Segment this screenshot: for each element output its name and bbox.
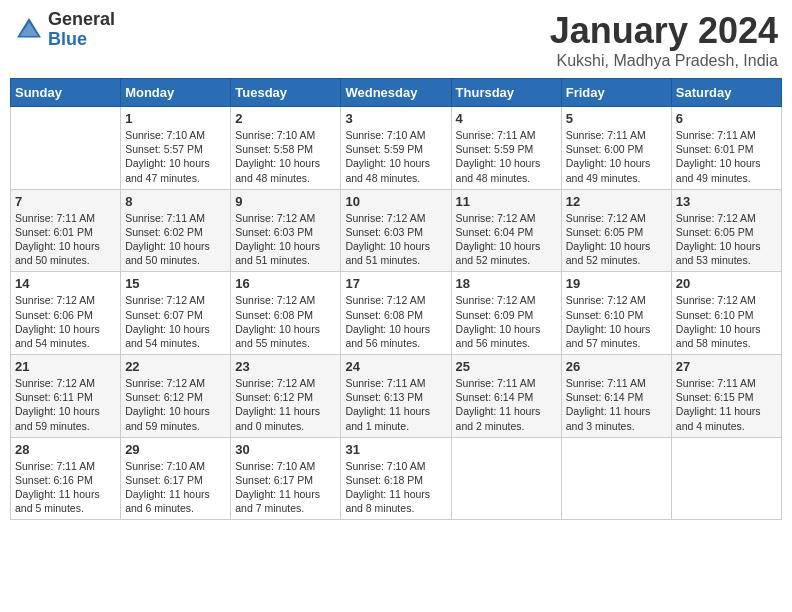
day-info: Sunrise: 7:11 AM Sunset: 6:00 PM Dayligh… [566,128,667,185]
calendar-day: 21Sunrise: 7:12 AM Sunset: 6:11 PM Dayli… [11,355,121,438]
calendar-day: 20Sunrise: 7:12 AM Sunset: 6:10 PM Dayli… [671,272,781,355]
logo: General Blue [14,10,115,50]
day-number: 3 [345,111,446,126]
day-info: Sunrise: 7:11 AM Sunset: 6:14 PM Dayligh… [566,376,667,433]
calendar-day: 23Sunrise: 7:12 AM Sunset: 6:12 PM Dayli… [231,355,341,438]
day-header-tuesday: Tuesday [231,79,341,107]
month-title: January 2024 [550,10,778,52]
calendar-day: 29Sunrise: 7:10 AM Sunset: 6:17 PM Dayli… [121,437,231,520]
day-header-thursday: Thursday [451,79,561,107]
calendar-day [451,437,561,520]
day-number: 21 [15,359,116,374]
day-info: Sunrise: 7:12 AM Sunset: 6:05 PM Dayligh… [566,211,667,268]
logo-text: General Blue [48,10,115,50]
day-info: Sunrise: 7:11 AM Sunset: 6:15 PM Dayligh… [676,376,777,433]
day-info: Sunrise: 7:10 AM Sunset: 5:59 PM Dayligh… [345,128,446,185]
day-info: Sunrise: 7:12 AM Sunset: 6:03 PM Dayligh… [235,211,336,268]
day-info: Sunrise: 7:10 AM Sunset: 6:17 PM Dayligh… [235,459,336,516]
day-number: 4 [456,111,557,126]
day-info: Sunrise: 7:12 AM Sunset: 6:06 PM Dayligh… [15,293,116,350]
day-number: 18 [456,276,557,291]
calendar-day [11,107,121,190]
day-number: 8 [125,194,226,209]
day-info: Sunrise: 7:12 AM Sunset: 6:12 PM Dayligh… [235,376,336,433]
day-number: 17 [345,276,446,291]
day-number: 16 [235,276,336,291]
calendar-day: 16Sunrise: 7:12 AM Sunset: 6:08 PM Dayli… [231,272,341,355]
day-header-sunday: Sunday [11,79,121,107]
day-info: Sunrise: 7:12 AM Sunset: 6:10 PM Dayligh… [676,293,777,350]
day-info: Sunrise: 7:11 AM Sunset: 6:16 PM Dayligh… [15,459,116,516]
day-number: 1 [125,111,226,126]
title-area: January 2024 Kukshi, Madhya Pradesh, Ind… [550,10,778,70]
day-info: Sunrise: 7:10 AM Sunset: 5:58 PM Dayligh… [235,128,336,185]
calendar-day: 4Sunrise: 7:11 AM Sunset: 5:59 PM Daylig… [451,107,561,190]
calendar-day: 26Sunrise: 7:11 AM Sunset: 6:14 PM Dayli… [561,355,671,438]
day-number: 20 [676,276,777,291]
day-info: Sunrise: 7:12 AM Sunset: 6:10 PM Dayligh… [566,293,667,350]
page-header: General Blue January 2024 Kukshi, Madhya… [10,10,782,70]
calendar-day: 28Sunrise: 7:11 AM Sunset: 6:16 PM Dayli… [11,437,121,520]
day-info: Sunrise: 7:12 AM Sunset: 6:03 PM Dayligh… [345,211,446,268]
day-info: Sunrise: 7:11 AM Sunset: 5:59 PM Dayligh… [456,128,557,185]
day-number: 24 [345,359,446,374]
calendar-day: 2Sunrise: 7:10 AM Sunset: 5:58 PM Daylig… [231,107,341,190]
calendar-day: 10Sunrise: 7:12 AM Sunset: 6:03 PM Dayli… [341,189,451,272]
calendar-day: 11Sunrise: 7:12 AM Sunset: 6:04 PM Dayli… [451,189,561,272]
day-number: 19 [566,276,667,291]
day-number: 7 [15,194,116,209]
day-info: Sunrise: 7:11 AM Sunset: 6:02 PM Dayligh… [125,211,226,268]
calendar-day: 30Sunrise: 7:10 AM Sunset: 6:17 PM Dayli… [231,437,341,520]
day-info: Sunrise: 7:11 AM Sunset: 6:01 PM Dayligh… [676,128,777,185]
day-number: 22 [125,359,226,374]
day-info: Sunrise: 7:12 AM Sunset: 6:05 PM Dayligh… [676,211,777,268]
calendar-day: 31Sunrise: 7:10 AM Sunset: 6:18 PM Dayli… [341,437,451,520]
calendar-day: 19Sunrise: 7:12 AM Sunset: 6:10 PM Dayli… [561,272,671,355]
logo-general-label: General [48,10,115,30]
day-number: 31 [345,442,446,457]
calendar-day: 8Sunrise: 7:11 AM Sunset: 6:02 PM Daylig… [121,189,231,272]
calendar-week-2: 7Sunrise: 7:11 AM Sunset: 6:01 PM Daylig… [11,189,782,272]
calendar-week-5: 28Sunrise: 7:11 AM Sunset: 6:16 PM Dayli… [11,437,782,520]
day-info: Sunrise: 7:12 AM Sunset: 6:08 PM Dayligh… [235,293,336,350]
day-info: Sunrise: 7:12 AM Sunset: 6:12 PM Dayligh… [125,376,226,433]
calendar-day: 17Sunrise: 7:12 AM Sunset: 6:08 PM Dayli… [341,272,451,355]
calendar-table: SundayMondayTuesdayWednesdayThursdayFrid… [10,78,782,520]
day-info: Sunrise: 7:12 AM Sunset: 6:04 PM Dayligh… [456,211,557,268]
day-info: Sunrise: 7:12 AM Sunset: 6:07 PM Dayligh… [125,293,226,350]
day-info: Sunrise: 7:11 AM Sunset: 6:13 PM Dayligh… [345,376,446,433]
calendar-day: 22Sunrise: 7:12 AM Sunset: 6:12 PM Dayli… [121,355,231,438]
day-number: 10 [345,194,446,209]
day-number: 11 [456,194,557,209]
calendar-day: 9Sunrise: 7:12 AM Sunset: 6:03 PM Daylig… [231,189,341,272]
day-number: 29 [125,442,226,457]
day-number: 5 [566,111,667,126]
day-number: 12 [566,194,667,209]
day-number: 23 [235,359,336,374]
calendar-day: 18Sunrise: 7:12 AM Sunset: 6:09 PM Dayli… [451,272,561,355]
calendar-day: 7Sunrise: 7:11 AM Sunset: 6:01 PM Daylig… [11,189,121,272]
day-number: 13 [676,194,777,209]
logo-blue-label: Blue [48,30,115,50]
day-number: 28 [15,442,116,457]
day-info: Sunrise: 7:10 AM Sunset: 5:57 PM Dayligh… [125,128,226,185]
calendar-day: 12Sunrise: 7:12 AM Sunset: 6:05 PM Dayli… [561,189,671,272]
day-header-wednesday: Wednesday [341,79,451,107]
calendar-day [561,437,671,520]
logo-icon [14,15,44,45]
day-number: 14 [15,276,116,291]
day-info: Sunrise: 7:11 AM Sunset: 6:14 PM Dayligh… [456,376,557,433]
day-number: 2 [235,111,336,126]
location: Kukshi, Madhya Pradesh, India [550,52,778,70]
calendar-day: 14Sunrise: 7:12 AM Sunset: 6:06 PM Dayli… [11,272,121,355]
day-info: Sunrise: 7:12 AM Sunset: 6:11 PM Dayligh… [15,376,116,433]
calendar-week-3: 14Sunrise: 7:12 AM Sunset: 6:06 PM Dayli… [11,272,782,355]
day-info: Sunrise: 7:10 AM Sunset: 6:17 PM Dayligh… [125,459,226,516]
calendar-day: 25Sunrise: 7:11 AM Sunset: 6:14 PM Dayli… [451,355,561,438]
day-number: 26 [566,359,667,374]
day-header-monday: Monday [121,79,231,107]
calendar-day: 13Sunrise: 7:12 AM Sunset: 6:05 PM Dayli… [671,189,781,272]
calendar-day: 1Sunrise: 7:10 AM Sunset: 5:57 PM Daylig… [121,107,231,190]
day-header-friday: Friday [561,79,671,107]
calendar-day: 15Sunrise: 7:12 AM Sunset: 6:07 PM Dayli… [121,272,231,355]
